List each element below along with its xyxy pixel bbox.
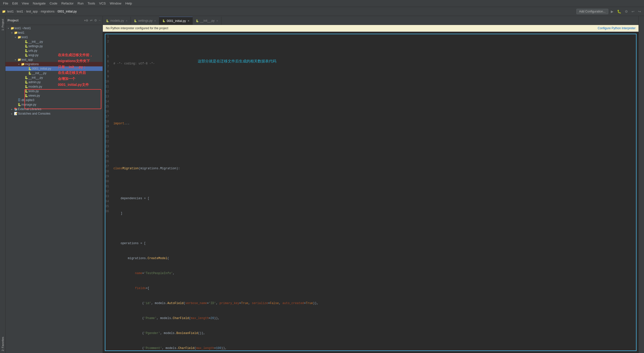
tree-item-scratches[interactable]: ▸ 📝 Scratches and Consoles xyxy=(6,111,102,116)
tree-item-views[interactable]: 🐍 views.py xyxy=(6,93,102,98)
python-icon: 🐍 xyxy=(28,72,32,75)
project-tree: ▾ 📁 test1 ~/test1 ▾ 📁 test1 ▾ 📁 test1 xyxy=(6,25,102,353)
close-tab-models[interactable]: ✕ xyxy=(126,20,128,22)
breadcrumb-migrations[interactable]: migrations xyxy=(41,10,54,13)
tree-item-init-testapp[interactable]: 🐍 __init__.py xyxy=(6,76,102,80)
menu-view[interactable]: View xyxy=(20,1,31,6)
menu-refactor[interactable]: Refactor xyxy=(60,1,76,6)
code-border: 1 2 5 6 7 8 9 10 11 12 13 14 15 16 17 xyxy=(105,34,636,351)
menu-run[interactable]: Run xyxy=(76,1,86,6)
tree-item-0001-initial[interactable]: 🐍 0001_initial.py xyxy=(6,66,102,71)
menu-vcs[interactable]: VCS xyxy=(97,1,108,6)
menu-code[interactable]: Code xyxy=(48,1,60,6)
project-title: Project xyxy=(8,18,83,22)
favorites-label[interactable]: 2: Favorites xyxy=(1,337,4,351)
tree-item-migrations[interactable]: ▾ 📁 migrations xyxy=(6,62,102,66)
folder-icon: 📁 xyxy=(17,58,22,62)
tab-label: __init__.py xyxy=(200,19,215,22)
tab-label: 0001_initial.py xyxy=(167,19,186,23)
tree-label: Scratches and Consoles xyxy=(18,112,50,115)
code-line-2 xyxy=(113,76,633,81)
code-line-7 xyxy=(113,151,633,156)
tree-label: test_app xyxy=(22,58,33,62)
add-configuration-button[interactable]: Add Configuration... xyxy=(576,9,608,14)
tree-item-urls[interactable]: 🐍 urls.py xyxy=(6,48,102,53)
breadcrumb-test1-2[interactable]: test1 xyxy=(17,10,23,13)
horizontal-split-icon[interactable]: ⇌ xyxy=(90,18,92,22)
close-tab-0001[interactable]: ✕ xyxy=(188,20,190,22)
tree-item-test1[interactable]: ▾ 📁 test1 xyxy=(6,30,102,35)
tree-item-settings[interactable]: 🐍 settings.py xyxy=(6,44,102,48)
folder-icon: 📁 xyxy=(10,26,14,30)
menu-help[interactable]: Help xyxy=(123,1,134,6)
tree-item-tests[interactable]: 🐍 tests.py xyxy=(6,89,102,93)
tree-item-init-migrations[interactable]: 🐍 __init__.py xyxy=(6,71,102,76)
menu-edit[interactable]: Edit xyxy=(10,1,20,6)
tree-item-db[interactable]: 🗄 db.sqlite3 xyxy=(6,98,102,102)
tree-item-external-libs[interactable]: ▸ 📚 External Libraries xyxy=(6,107,102,111)
python-icon: 🐍 xyxy=(28,67,32,70)
menu-window[interactable]: Window xyxy=(108,1,123,6)
coverage-icon[interactable]: ⚙ xyxy=(624,9,629,14)
code-line-19: ('Pgender', models.BooleanField()), xyxy=(113,331,633,336)
close-tab-settings[interactable]: ✕ xyxy=(154,20,156,22)
tree-label: views.py xyxy=(28,94,40,97)
gear-icon[interactable]: ⚙ xyxy=(94,18,97,22)
tab-0001-initial[interactable]: 🐍 0001_initial.py ✕ xyxy=(159,17,193,25)
code-line-1: # -*- coding: utf-8 -*- xyxy=(113,61,633,66)
minimize-icon[interactable]: − xyxy=(98,18,100,22)
code-line-5: import ... xyxy=(113,121,633,126)
code-line-9 xyxy=(113,181,633,186)
tab-models[interactable]: 🐍 models.py ✕ xyxy=(103,17,131,25)
menu-navigate[interactable]: Navigate xyxy=(31,1,48,6)
python-icon: 🐍 xyxy=(134,20,137,22)
menu-tools[interactable]: Tools xyxy=(86,1,97,6)
folder-icon: 📁 xyxy=(14,31,18,34)
tree-item-testapp[interactable]: ▾ 📁 test_app xyxy=(6,58,102,62)
tree-item-models[interactable]: 🐍 models.py xyxy=(6,84,102,89)
breadcrumb-test1[interactable]: test1 xyxy=(7,10,14,13)
project-icon: 📁 xyxy=(2,10,6,13)
tree-label: migrations xyxy=(25,62,39,66)
tree-label: test1 xyxy=(18,31,24,34)
debug-icon[interactable]: 🐛 xyxy=(616,9,622,14)
code-area: 1 2 5 6 7 8 9 10 11 12 13 14 15 16 17 xyxy=(103,32,638,353)
sidebar-project-label[interactable]: 1: Project xyxy=(1,17,5,32)
plus-icon[interactable]: ⊕ xyxy=(86,18,88,22)
warning-bar: No Python interpreter configured for the… xyxy=(103,25,638,32)
code-line-17: ('id', models.AutoField(verbose_name='ID… xyxy=(113,301,633,306)
tree-item-manage[interactable]: 🐍 manage.py xyxy=(6,102,102,107)
code-editor[interactable]: 这部分就是在迁移文件后生成的相关数据表代码 # -*- coding: utf-… xyxy=(110,34,636,350)
tree-item-init1[interactable]: 🐍 __init__.py xyxy=(6,40,102,44)
right-sidebar-strip xyxy=(638,16,644,353)
python-icon: 🐍 xyxy=(24,80,28,84)
tree-item-admin[interactable]: 🐍 admin.py xyxy=(6,80,102,84)
configure-python-link[interactable]: Configure Python Interpreter xyxy=(598,26,636,30)
tree-label: test1 xyxy=(22,36,28,39)
python-icon: 🐍 xyxy=(24,89,28,93)
tab-init[interactable]: 🐍 __init__.py ✕ xyxy=(193,17,222,25)
breadcrumb-testapp[interactable]: test_app xyxy=(26,10,38,13)
tabs-bar: 🐍 models.py ✕ 🐍 settings.py ✕ 🐍 0001_ini… xyxy=(103,16,638,25)
project-panel: Project ▾ ⊕ ⇌ ⚙ − ▾ 📁 test1 ~/test1 ▾ 📁 xyxy=(6,16,103,353)
python-icon: 🐍 xyxy=(24,40,28,44)
forward-icon[interactable]: ↪ xyxy=(637,9,642,14)
tree-item-test1-sub[interactable]: ▾ 📁 test1 xyxy=(6,35,102,40)
tree-label: wsgi.py xyxy=(28,54,38,57)
editor-area: 🐍 models.py ✕ 🐍 settings.py ✕ 🐍 0001_ini… xyxy=(103,16,638,353)
folder-icon: 📁 xyxy=(17,36,22,39)
tree-item-wsgi[interactable]: 🐍 wsgi.py xyxy=(6,53,102,58)
tab-settings[interactable]: 🐍 settings.py ✕ xyxy=(131,17,159,25)
close-tab-init[interactable]: ✕ xyxy=(216,20,218,22)
python-icon: 🐍 xyxy=(24,49,28,52)
code-line-6 xyxy=(113,136,633,141)
breadcrumb-file[interactable]: 0001_initial.py xyxy=(58,10,77,13)
back-icon[interactable]: ↩ xyxy=(630,9,636,14)
main-layout: 1: Project Project ▾ ⊕ ⇌ ⚙ − ▾ 📁 test1 ~… xyxy=(0,16,644,353)
line-numbers: 1 2 5 6 7 8 9 10 11 12 13 14 15 16 17 xyxy=(105,34,110,350)
run-icon[interactable]: ▶ xyxy=(610,9,614,14)
tree-item-root[interactable]: ▾ 📁 test1 ~/test1 xyxy=(6,26,102,30)
menu-file[interactable]: File xyxy=(1,1,10,6)
expand-arrow: ▾ xyxy=(14,36,17,39)
code-line-4 xyxy=(113,106,633,111)
